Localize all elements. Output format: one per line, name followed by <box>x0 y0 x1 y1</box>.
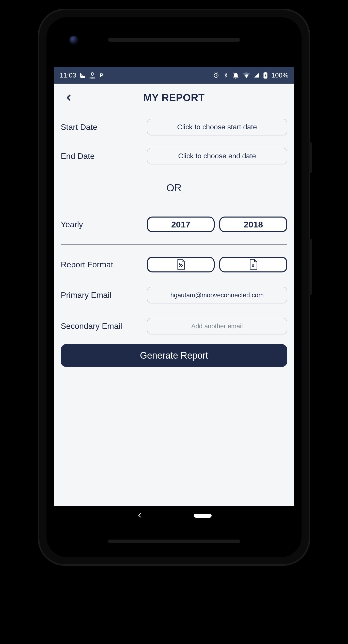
pdf-file-icon <box>176 259 186 271</box>
alarm-icon <box>213 72 219 78</box>
power-button <box>309 142 312 173</box>
end-date-label: End Date <box>61 151 147 161</box>
bluetooth-icon <box>223 72 228 78</box>
format-xls-button[interactable]: X <box>219 257 287 272</box>
image-icon <box>80 72 86 78</box>
screen: 11:03 0 KB/s P <box>54 67 294 506</box>
back-button[interactable] <box>63 92 74 103</box>
svg-text:P: P <box>100 72 103 78</box>
year-option-2018[interactable]: 2018 <box>219 217 287 232</box>
bell-off-icon <box>232 72 239 79</box>
wifi-icon <box>243 72 250 78</box>
speaker-top <box>108 38 240 42</box>
start-date-label: Start Date <box>61 122 147 132</box>
battery-charging-icon <box>263 72 267 79</box>
primary-email-label: Primary Email <box>61 290 147 300</box>
primary-email-input[interactable] <box>147 287 287 303</box>
divider <box>61 244 287 245</box>
signal-icon <box>254 72 259 78</box>
volume-button <box>309 239 312 295</box>
status-time: 11:03 <box>60 71 76 79</box>
svg-point-1 <box>81 74 82 75</box>
svg-text:X: X <box>251 263 255 268</box>
or-separator: OR <box>61 182 287 194</box>
secondary-email-label: Secondary Email <box>61 321 147 331</box>
app-content: MY REPORT Start Date Click to choose sta… <box>54 84 294 506</box>
generate-report-button[interactable]: Generate Report <box>61 344 287 367</box>
android-nav-bar <box>54 506 294 525</box>
start-date-button[interactable]: Click to choose start date <box>147 119 287 135</box>
front-camera <box>69 36 78 45</box>
end-date-button[interactable]: Click to choose end date <box>147 148 287 164</box>
xls-file-icon: X <box>248 259 258 271</box>
nav-home-button[interactable] <box>194 514 212 518</box>
page-title: MY REPORT <box>143 92 205 103</box>
yearly-label: Yearly <box>61 220 147 229</box>
report-format-label: Report Format <box>61 260 147 269</box>
phone-frame: 11:03 0 KB/s P <box>39 10 309 564</box>
network-speed: 0 KB/s <box>89 71 95 79</box>
speaker-bottom <box>108 540 240 543</box>
format-pdf-button[interactable] <box>147 257 215 272</box>
status-bar: 11:03 0 KB/s P <box>54 67 294 84</box>
year-option-2017[interactable]: 2017 <box>147 217 215 232</box>
p-icon: P <box>99 72 105 78</box>
nav-back-button[interactable] <box>136 512 143 519</box>
battery-percent: 100% <box>272 71 289 79</box>
svg-rect-6 <box>264 72 266 73</box>
secondary-email-input[interactable] <box>147 318 287 334</box>
